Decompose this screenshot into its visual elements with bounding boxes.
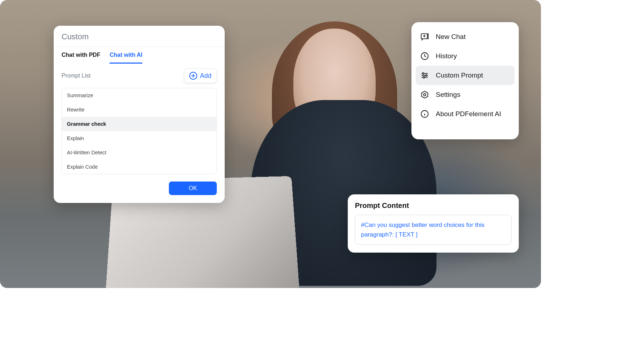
svg-point-6 <box>424 94 426 96</box>
prompt-item-explain[interactable]: Explain <box>62 131 216 145</box>
prompt-content-panel: Prompt Content #Can you suggest better w… <box>348 194 519 253</box>
menu-item-label: About PDFelement AI <box>436 110 501 118</box>
settings-icon <box>420 90 429 99</box>
new-chat-icon <box>420 32 429 41</box>
prompt-list: Summarize Rewrite Grammar check Explain … <box>62 88 217 174</box>
prompt-item-ai-written-detect[interactable]: AI-Written Detect <box>62 145 216 160</box>
menu-item-label: History <box>436 52 457 60</box>
tab-chat-with-ai[interactable]: Chat with AI <box>109 52 142 64</box>
ai-menu-panel: New Chat History Custom Prompt <box>411 22 519 139</box>
custom-panel-tabs: Chat with PDF Chat with AI <box>54 47 225 64</box>
ok-button[interactable]: OK <box>169 182 217 195</box>
promo-stage: Custom Chat with PDF Chat with AI Prompt… <box>0 0 541 288</box>
menu-item-about[interactable]: About PDFelement AI <box>416 104 514 124</box>
plus-circle-icon <box>189 72 197 80</box>
history-icon <box>420 51 429 61</box>
menu-item-label: New Chat <box>436 33 465 41</box>
custom-panel-title: Custom <box>62 32 217 41</box>
svg-marker-5 <box>421 91 428 98</box>
menu-item-label: Settings <box>436 91 460 99</box>
custom-panel: Custom Chat with PDF Chat with AI Prompt… <box>54 26 225 203</box>
sliders-icon <box>420 71 429 80</box>
info-icon <box>420 109 429 119</box>
prompt-content-input[interactable]: #Can you suggest better word choices for… <box>355 215 512 245</box>
add-prompt-button[interactable]: Add <box>184 69 217 83</box>
add-button-label: Add <box>200 72 211 80</box>
menu-item-new-chat[interactable]: New Chat <box>416 27 514 46</box>
prompt-content-title: Prompt Content <box>355 202 512 210</box>
prompt-item-summarize[interactable]: Summarize <box>62 88 216 103</box>
menu-item-settings[interactable]: Settings <box>416 85 514 104</box>
menu-item-custom-prompt[interactable]: Custom Prompt <box>416 66 514 85</box>
prompt-item-grammar-check[interactable]: Grammar check <box>62 117 216 131</box>
svg-point-2 <box>423 73 424 74</box>
tab-chat-with-pdf[interactable]: Chat with PDF <box>62 52 100 64</box>
prompt-list-label: Prompt List <box>62 73 91 79</box>
prompt-item-explain-code[interactable]: Explain Code <box>62 160 216 174</box>
menu-item-label: Custom Prompt <box>436 71 483 79</box>
prompt-item-rewrite[interactable]: Rewrite <box>62 103 216 117</box>
svg-point-3 <box>425 75 427 76</box>
svg-point-4 <box>423 76 425 78</box>
menu-item-history[interactable]: History <box>416 46 514 66</box>
